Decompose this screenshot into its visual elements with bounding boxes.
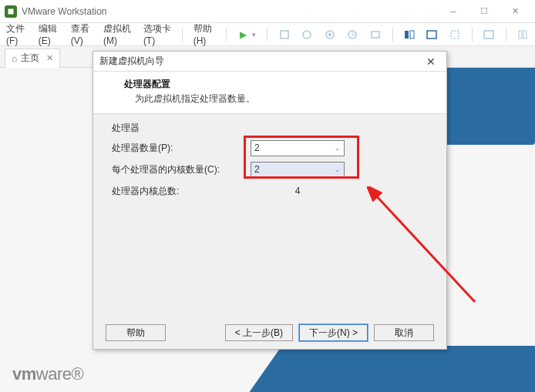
dialog-heading: 处理器配置 — [124, 78, 431, 91]
dialog-subtitle: 为此虚拟机指定处理器数量。 — [135, 92, 431, 106]
label-cores-per-processor: 每个处理器的内核数量(C): — [112, 163, 251, 176]
tool-player-icon[interactable] — [278, 26, 290, 43]
separator — [506, 28, 506, 42]
svg-rect-6 — [372, 32, 379, 38]
svg-rect-1 — [281, 31, 288, 39]
dialog-close-button[interactable]: ✕ — [422, 54, 440, 69]
tool-screenshot-icon[interactable] — [324, 26, 335, 43]
svg-point-2 — [303, 31, 311, 39]
value-total-cores: 4 — [251, 186, 345, 196]
cancel-button[interactable]: 取消 — [374, 324, 434, 341]
svg-rect-10 — [451, 31, 459, 39]
tab-close-icon[interactable]: ✕ — [46, 53, 53, 63]
svg-rect-12 — [519, 31, 522, 39]
titlebar: VMware Workstation ─ ☐ ✕ — [0, 0, 535, 23]
menu-file[interactable]: 文件(F) — [6, 22, 28, 46]
chevron-down-icon: ⌵ — [335, 144, 339, 152]
menu-view[interactable]: 查看(V) — [71, 22, 93, 46]
separator — [226, 28, 227, 42]
tool-clock-icon[interactable] — [347, 26, 358, 43]
dialog-body: 处理器 处理器数量(P): 2 ⌵ 每个处理器的内核数量(C): 2 ⌵ 处理器… — [93, 114, 446, 210]
menu-vm[interactable]: 虚拟机(M) — [103, 22, 133, 46]
separator — [392, 28, 393, 42]
play-dropdown[interactable]: ▾ — [252, 31, 256, 39]
chevron-down-icon: ⌵ — [335, 166, 339, 173]
back-button[interactable]: < 上一步(B) — [225, 324, 293, 341]
menu-edit[interactable]: 编辑(E) — [39, 22, 60, 46]
separator — [267, 28, 268, 42]
section-label-processors: 处理器 — [112, 122, 428, 135]
menubar: 文件(F) 编辑(E) 查看(V) 虚拟机(M) 选项卡(T) 帮助(H) ▶ … — [0, 23, 535, 46]
tool-thumbnail-icon[interactable] — [403, 26, 415, 43]
menu-help[interactable]: 帮助(H) — [193, 22, 216, 46]
svg-rect-7 — [405, 31, 409, 39]
play-icon[interactable]: ▶ — [237, 26, 249, 43]
separator — [182, 28, 183, 42]
app-title: VMware Workstation — [22, 6, 106, 17]
label-total-cores: 处理器内核总数: — [112, 185, 251, 198]
tool-library-icon[interactable] — [516, 26, 528, 43]
menu-tabs[interactable]: 选项卡(T) — [143, 22, 171, 46]
dialog-header: 处理器配置 为此虚拟机指定处理器数量。 — [93, 72, 446, 114]
dialog-titlebar: 新建虚拟机向导 ✕ — [93, 52, 446, 72]
combo-processor-count[interactable]: 2 ⌵ — [251, 140, 345, 156]
brand-logo: vmware® — [12, 364, 83, 384]
home-icon: ⌂ — [12, 53, 17, 64]
combo-cores-per-processor[interactable]: 2 ⌵ — [251, 162, 345, 178]
tool-console-icon[interactable] — [483, 26, 494, 43]
tab-label: 主页 — [21, 52, 39, 65]
bg-decoration — [233, 346, 535, 392]
tool-snapshot-icon[interactable] — [301, 26, 313, 43]
label-processor-count: 处理器数量(P): — [112, 142, 251, 155]
tool-unity-icon[interactable] — [426, 26, 438, 43]
svg-rect-8 — [410, 31, 414, 39]
new-vm-wizard-dialog: 新建虚拟机向导 ✕ 处理器配置 为此虚拟机指定处理器数量。 处理器 处理器数量(… — [93, 51, 447, 350]
svg-rect-13 — [523, 31, 527, 39]
svg-point-4 — [328, 33, 331, 36]
maximize-button[interactable]: ☐ — [469, 1, 500, 22]
dialog-title: 新建虚拟机向导 — [99, 55, 164, 68]
tab-home[interactable]: ⌂ 主页 ✕ — [5, 49, 60, 68]
dialog-footer: 帮助 < 上一步(B) 下一步(N) > 取消 — [93, 324, 446, 341]
svg-rect-9 — [427, 31, 436, 39]
separator — [472, 28, 473, 42]
help-button[interactable]: 帮助 — [106, 324, 166, 341]
minimize-button[interactable]: ─ — [438, 1, 469, 22]
svg-rect-0 — [8, 8, 14, 15]
vmware-icon — [5, 5, 17, 18]
tool-settings-icon[interactable] — [369, 26, 381, 43]
svg-rect-11 — [484, 31, 493, 39]
next-button[interactable]: 下一步(N) > — [299, 324, 368, 341]
close-window-button[interactable]: ✕ — [500, 1, 530, 22]
tool-fullscreen-icon[interactable] — [449, 26, 460, 43]
